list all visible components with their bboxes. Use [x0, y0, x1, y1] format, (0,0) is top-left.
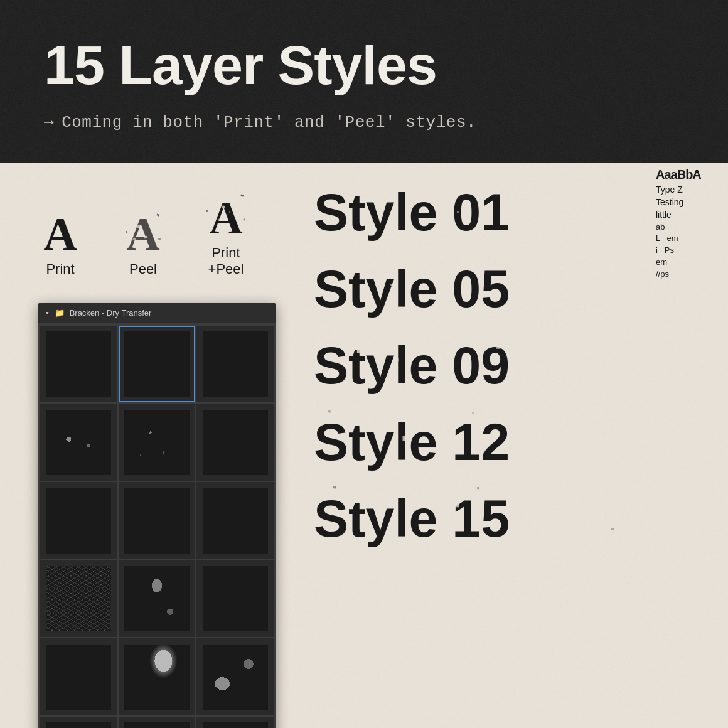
- style-row-01: Style 01: [314, 169, 640, 246]
- swatch-1[interactable]: [40, 326, 117, 403]
- char-sample-4: little: [656, 209, 725, 220]
- svg-rect-55: [317, 490, 324, 495]
- header-section: 15 Layer Styles → Coming in both 'Print'…: [0, 0, 728, 163]
- style-display: Style 01 Style 05: [314, 169, 640, 552]
- svg-rect-45: [360, 422, 365, 428]
- char-sample-7: i Ps: [656, 245, 725, 256]
- char-sample-6: L em: [656, 233, 725, 244]
- panel-folder-icon: 📁: [55, 308, 65, 318]
- svg-rect-47: [451, 427, 456, 431]
- swatch-10[interactable]: [40, 560, 117, 638]
- svg-text:A: A: [209, 192, 242, 238]
- panel-collapse-arrow[interactable]: ▾: [45, 309, 50, 317]
- svg-rect-48: [501, 420, 506, 424]
- swatch-17[interactable]: [119, 717, 196, 728]
- main-content: A Print A: [0, 163, 728, 728]
- print-peel-letter-a: A: [203, 188, 249, 238]
- svg-point-32: [432, 272, 436, 276]
- swatch-7[interactable]: [40, 482, 117, 559]
- swatch-4[interactable]: [40, 404, 117, 481]
- svg-point-16: [222, 206, 225, 209]
- style-row-05: Style 05: [314, 246, 640, 323]
- svg-rect-62: [333, 486, 336, 489]
- svg-point-7: [137, 225, 141, 228]
- print-peel-label: Print+Peel: [208, 245, 244, 278]
- style-15-text: Style 15: [314, 476, 640, 552]
- header-subtitle: → Coming in both 'Print' and 'Peel' styl…: [44, 113, 684, 132]
- svg-rect-29: [316, 260, 320, 263]
- svg-text:Style 12: Style 12: [314, 413, 510, 471]
- arrow-icon: →: [44, 113, 54, 132]
- swatch-12[interactable]: [196, 560, 274, 638]
- svg-point-3: [68, 229, 70, 231]
- svg-rect-56: [361, 498, 367, 505]
- ps-swatch-grid: [38, 323, 276, 728]
- svg-rect-46: [402, 436, 406, 441]
- peel-label: Peel: [129, 261, 157, 277]
- swatch-8[interactable]: [119, 482, 196, 559]
- svg-point-25: [365, 191, 368, 195]
- print-label: Print: [46, 261, 74, 277]
- svg-rect-57: [407, 511, 412, 517]
- swatch-16[interactable]: [40, 717, 117, 728]
- svg-text:A: A: [126, 208, 159, 255]
- svg-rect-36: [357, 348, 361, 353]
- svg-text:Style 09: Style 09: [314, 336, 510, 394]
- svg-rect-17: [236, 217, 238, 218]
- style-01-text: Style 01: [314, 169, 640, 246]
- svg-rect-59: [503, 495, 509, 500]
- svg-point-9: [133, 238, 136, 241]
- swatch-13[interactable]: [40, 638, 117, 715]
- swatch-14[interactable]: [119, 638, 196, 715]
- ps-panel-header[interactable]: ▾ 📁 Bracken - Dry Transfer: [38, 303, 276, 323]
- swatch-15[interactable]: [196, 638, 274, 715]
- swatch-3[interactable]: [196, 326, 274, 403]
- svg-rect-64: [611, 528, 614, 530]
- left-column: A Print A: [0, 163, 301, 728]
- ps-panel[interactable]: ▾ 📁 Bracken - Dry Transfer: [38, 303, 276, 728]
- svg-point-42: [600, 370, 604, 374]
- style-12-text: Style 12: [314, 399, 640, 476]
- right-column: Style 01 Style 05: [301, 163, 653, 728]
- page-title: 15 Layer Styles: [44, 38, 684, 93]
- svg-rect-19: [206, 210, 208, 212]
- svg-rect-52: [328, 410, 331, 413]
- char-sample-8: em: [656, 257, 725, 268]
- svg-rect-58: [453, 503, 459, 507]
- svg-rect-63: [477, 487, 479, 490]
- subtitle-text: Coming in both 'Print' and 'Peel' styles…: [62, 113, 476, 132]
- style-row-09: Style 09: [314, 323, 640, 399]
- svg-point-27: [457, 211, 459, 213]
- style-05-text: Style 05: [314, 246, 640, 323]
- swatch-6[interactable]: [196, 404, 274, 481]
- svg-text:Style 15: Style 15: [314, 490, 510, 547]
- svg-rect-44: [318, 414, 323, 419]
- svg-rect-35: [319, 339, 324, 342]
- style-row-15: Style 15: [314, 476, 640, 552]
- svg-rect-31: [390, 284, 393, 286]
- svg-rect-60: [549, 515, 554, 520]
- char-sample-5: ab: [656, 222, 725, 233]
- svg-rect-26: [410, 203, 411, 205]
- ps-panel-title: Bracken - Dry Transfer: [70, 308, 152, 318]
- svg-rect-50: [580, 417, 583, 419]
- swatch-11[interactable]: [119, 560, 196, 638]
- swatch-9[interactable]: [196, 482, 274, 559]
- svg-point-21: [218, 219, 220, 221]
- swatch-2-selected[interactable]: [119, 326, 196, 403]
- char-sample-3: Testing: [656, 196, 725, 208]
- swatch-5[interactable]: [119, 404, 196, 481]
- svg-point-22: [229, 211, 230, 213]
- swatch-18[interactable]: [196, 717, 274, 728]
- style-item-print-peel: A Print+Peel: [203, 188, 249, 278]
- print-letter-a: A: [38, 205, 83, 255]
- svg-point-51: [604, 444, 609, 449]
- svg-text:Style 05: Style 05: [314, 260, 510, 318]
- svg-rect-39: [496, 346, 501, 349]
- style-09-text: Style 09: [314, 323, 640, 399]
- style-icons-row: A Print A: [38, 188, 276, 278]
- svg-point-38: [446, 351, 451, 356]
- svg-point-20: [244, 219, 245, 221]
- svg-rect-24: [321, 187, 323, 188]
- char-sample-9: //ps: [656, 269, 725, 280]
